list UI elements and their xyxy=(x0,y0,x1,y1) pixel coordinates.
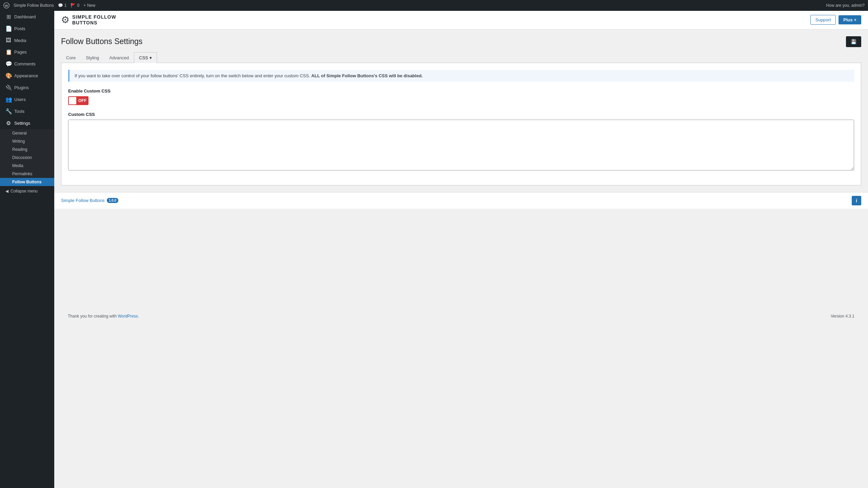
plugin-logo: ⚙ SIMPLE FOLLOW BUTTONS xyxy=(61,14,116,26)
submenu-item-media[interactable]: Media xyxy=(0,162,54,170)
submenu-item-follow-buttons[interactable]: Follow Buttons xyxy=(0,178,54,186)
sidebar-item-plugins[interactable]: 🔌 Plugins xyxy=(0,82,54,94)
empty-content-area xyxy=(61,209,861,310)
media-icon: 🖼 xyxy=(5,37,12,43)
submenu-item-permalinks[interactable]: Permalinks xyxy=(0,170,54,178)
enable-css-field: Enable Custom CSS OFF xyxy=(68,88,854,105)
sidebar-item-users[interactable]: 👥 Users xyxy=(0,94,54,105)
tab-core[interactable]: Core xyxy=(61,52,81,63)
sidebar-item-settings[interactable]: ⚙ Settings General Writing Reading Discu… xyxy=(0,117,54,186)
sidebar-item-tools[interactable]: 🔧 Tools xyxy=(0,105,54,117)
tab-advanced[interactable]: Advanced xyxy=(104,52,134,63)
footer-info-button[interactable]: i xyxy=(852,196,861,205)
admin-greeting: How are you, admin? xyxy=(826,3,865,8)
admin-bar: W Simple Follow Buttons 💬 1 🚩 0 + New Ho… xyxy=(0,0,868,11)
custom-css-label: Custom CSS xyxy=(68,112,854,117)
new-content-link[interactable]: + New xyxy=(83,3,95,8)
tools-icon: 🔧 xyxy=(5,108,12,115)
enable-css-label: Enable Custom CSS xyxy=(68,88,854,94)
submenu-item-general[interactable]: General xyxy=(0,129,54,137)
toggle-state-label: OFF xyxy=(78,98,86,103)
custom-css-field: Custom CSS xyxy=(68,112,854,171)
css-dropdown-arrow-icon: ▾ xyxy=(150,55,152,60)
submenu-item-discussion[interactable]: Discussion xyxy=(0,154,54,162)
main-menu: ⊞ Dashboard 📄 Posts 🖼 Media 📋 P xyxy=(0,11,54,186)
footer-plugin-name[interactable]: Simple Follow Buttons xyxy=(61,198,105,203)
sidebar-item-comments[interactable]: 💬 Comments xyxy=(0,58,54,70)
wp-logo-link[interactable]: W xyxy=(3,2,9,8)
collapse-menu-button[interactable]: ◀ Collapse menu xyxy=(0,186,54,196)
page-title-area: Follow Buttons Settings 💾 xyxy=(61,36,861,47)
settings-card: If you want to take over control of your… xyxy=(61,63,861,185)
main-content: ⚙ SIMPLE FOLLOW BUTTONS Support Plus + F… xyxy=(54,11,868,488)
css-notice: If you want to take over control of your… xyxy=(68,70,854,82)
appearance-icon: 🎨 xyxy=(5,73,12,79)
pages-icon: 📋 xyxy=(5,49,12,55)
comments-icon: 💬 xyxy=(5,61,12,67)
save-button-top[interactable]: 💾 xyxy=(846,36,861,47)
sidebar-item-media[interactable]: 🖼 Media xyxy=(0,35,54,46)
users-icon: 👥 xyxy=(5,96,12,103)
posts-icon: 📄 xyxy=(5,25,12,32)
alert-icon: 🚩 xyxy=(71,3,76,8)
comment-bubble-icon: 💬 xyxy=(58,3,63,8)
wordpress-link[interactable]: WordPress. xyxy=(118,314,139,319)
support-button[interactable]: Support xyxy=(810,15,836,25)
save-icon: 💾 xyxy=(851,39,856,44)
toggle-knob xyxy=(69,97,76,104)
sidebar-item-pages[interactable]: 📋 Pages xyxy=(0,46,54,58)
sidebar: ⊞ Dashboard 📄 Posts 🖼 Media 📋 P xyxy=(0,11,54,488)
plugin-logo-icon: ⚙ xyxy=(61,14,70,25)
plus-icon: + xyxy=(83,3,86,8)
site-footer: Thank you for creating with WordPress. V… xyxy=(61,310,861,322)
plugin-header: ⚙ SIMPLE FOLLOW BUTTONS Support Plus + xyxy=(54,11,868,29)
site-name-link[interactable]: Simple Follow Buttons xyxy=(14,3,54,8)
custom-css-textarea[interactable] xyxy=(68,120,854,170)
wp-version: Version 4.3.1 xyxy=(831,314,854,319)
tab-css[interactable]: CSS ▾ xyxy=(134,52,157,63)
dashboard-icon: ⊞ xyxy=(5,14,12,20)
enable-css-toggle[interactable]: OFF xyxy=(68,96,88,105)
tab-styling[interactable]: Styling xyxy=(81,52,104,63)
alerts-link[interactable]: 🚩 0 xyxy=(71,3,79,8)
sidebar-item-dashboard[interactable]: ⊞ Dashboard xyxy=(0,11,54,23)
submenu-item-reading[interactable]: Reading xyxy=(0,145,54,154)
plugins-icon: 🔌 xyxy=(5,84,12,91)
svg-text:W: W xyxy=(5,4,8,7)
footer-version-badge: 1.0.0 xyxy=(107,198,118,203)
page-title: Follow Buttons Settings xyxy=(61,37,142,46)
sidebar-item-posts[interactable]: 📄 Posts xyxy=(0,23,54,35)
settings-icon: ⚙ xyxy=(5,120,12,126)
plugin-footer: Simple Follow Buttons 1.0.0 i xyxy=(54,192,868,209)
settings-tabs: Core Styling Advanced CSS ▾ xyxy=(61,52,861,63)
submenu-item-writing[interactable]: Writing xyxy=(0,137,54,145)
settings-submenu: General Writing Reading Discussion Media xyxy=(0,129,54,186)
plus-button[interactable]: Plus + xyxy=(839,15,861,24)
collapse-arrow-icon: ◀ xyxy=(5,189,8,194)
comments-link[interactable]: 💬 1 xyxy=(58,3,67,8)
sidebar-item-appearance[interactable]: 🎨 Appearance xyxy=(0,70,54,82)
